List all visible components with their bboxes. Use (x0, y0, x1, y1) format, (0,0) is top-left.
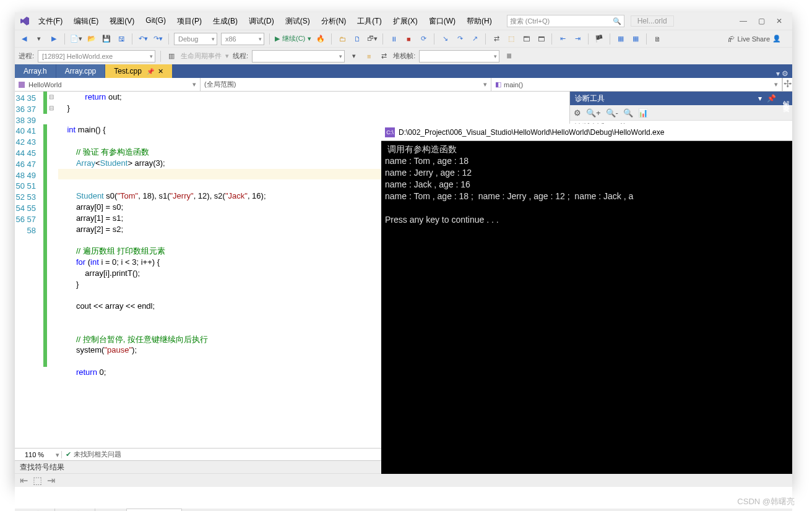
doc-icon[interactable]: 🗎 (652, 33, 663, 45)
props-icon[interactable]: 🗗▾ (366, 33, 378, 45)
close-button[interactable]: ✕ (776, 17, 782, 25)
menu-item[interactable]: 编辑(E) (69, 15, 103, 28)
output-tab[interactable]: 监视 1 (95, 509, 127, 511)
undo-icon[interactable]: ↶▾ (137, 33, 149, 45)
restart-icon[interactable]: ⟳ (418, 33, 429, 45)
liveshare-icon[interactable]: ⮳ (728, 35, 735, 43)
ok-icon: ✔ (66, 450, 71, 458)
diag-dropdown-icon[interactable]: ▾ (758, 94, 762, 103)
menu-item[interactable]: 调试(D) (244, 15, 279, 28)
stack-combo[interactable] (419, 50, 499, 62)
step-over-icon[interactable]: ↷ (454, 33, 465, 45)
zoom-combo[interactable]: 110 % (15, 451, 62, 458)
diag-reset-icon[interactable]: 🔍 (623, 108, 633, 118)
project-combo[interactable]: HelloWorld (15, 78, 201, 91)
console-output: 调用有参构造函数 name : Tom , age : 18 name : Je… (381, 141, 792, 228)
menu-item[interactable]: 文件(F) (33, 15, 67, 28)
issues-text: 未找到相关问题 (74, 450, 121, 459)
minimize-button[interactable]: — (740, 17, 747, 25)
nav-back-icon[interactable]: ◀ (19, 33, 30, 45)
scope-combo[interactable]: (全局范围) (201, 78, 491, 91)
misc1-icon[interactable]: ⇄ (491, 33, 502, 45)
folder-icon[interactable]: 🗀 (337, 33, 348, 45)
liveshare-button[interactable]: Live Share (737, 35, 770, 43)
close-tab-icon[interactable]: ✕ (158, 67, 163, 75)
menu-item[interactable]: 工具(T) (352, 15, 386, 28)
feedback-icon[interactable]: 👤 (772, 35, 781, 43)
menu-bar: 文件(F)编辑(E)视图(V)Git(G)项目(P)生成(B)调试(D)测试(S… (15, 12, 792, 30)
method-icon: ◧ (495, 80, 501, 88)
solution-title: Hel...orld (631, 15, 674, 27)
output-tab[interactable]: 自动窗口 (15, 509, 55, 511)
maximize-button[interactable]: ▢ (758, 17, 765, 25)
console-titlebar[interactable]: C:\D:\002_Project\006_Visual_Studio\Hell… (381, 124, 792, 141)
saveall-icon[interactable]: 🖫 (116, 33, 127, 45)
menu-item[interactable]: Git(G) (140, 15, 171, 28)
split-icon[interactable]: ✢ (782, 78, 792, 91)
document-tab[interactable]: Test.cpp📌✕ (105, 64, 172, 78)
project-icon (19, 82, 25, 88)
nav-bar: HelloWorld (全局范围) ◧main() ✢ (15, 78, 792, 92)
new-icon[interactable]: 📄▾ (70, 33, 82, 45)
diag-settings-icon[interactable]: ⚙ (574, 108, 581, 118)
tab-gear-icon[interactable]: ⚙ (782, 69, 788, 78)
process-combo[interactable]: [12892] HelloWorld.exe (38, 50, 155, 62)
menu-item[interactable]: 窗口(W) (424, 15, 460, 28)
sym-tb2-icon[interactable]: ⬚ (33, 474, 42, 486)
sym-tb1-icon[interactable]: ⇤ (20, 474, 28, 486)
indent-icon[interactable]: ⇥ (572, 33, 583, 45)
misc3-icon[interactable]: 🗔 (520, 33, 532, 45)
document-tab[interactable]: Array.cpp (56, 64, 105, 78)
menu-item[interactable]: 分析(N) (316, 15, 352, 28)
diag-ruler-icon[interactable]: 📊 (638, 108, 648, 118)
output-tab[interactable]: 局部变量 (55, 509, 95, 511)
misc4-icon[interactable]: 🗖 (535, 33, 546, 45)
comment-icon[interactable]: ▦ (615, 33, 626, 45)
step-into-icon[interactable]: ↘ (439, 33, 451, 45)
debug-toolbar: 进程: [12892] HelloWorld.exe ▥ 生命周期事件▾ 线程:… (15, 47, 792, 64)
outdent-icon[interactable]: ⇤ (557, 33, 568, 45)
document-tab[interactable]: Array.h (15, 64, 56, 78)
diag-zoomin-icon[interactable]: 🔍+ (586, 108, 601, 118)
menu-item[interactable]: 项目(P) (172, 15, 207, 28)
diag-zoomout-icon[interactable]: 🔍- (606, 108, 618, 118)
stack-label: 堆栈帧: (393, 51, 415, 61)
sym-tb3-icon[interactable]: ⇥ (47, 474, 55, 486)
menu-item[interactable]: 帮助(H) (462, 15, 497, 28)
open-icon[interactable]: 📂 (86, 33, 97, 45)
solution-explorer-tab[interactable]: 解决方案资 (780, 92, 792, 105)
redo-icon[interactable]: ↷▾ (152, 33, 163, 45)
menu-item[interactable]: 生成(B) (208, 15, 243, 28)
config-combo[interactable]: Debug (174, 33, 217, 45)
lifecycle-icon[interactable]: ▥ (166, 50, 177, 62)
bookmark-icon[interactable]: 🏴 (594, 33, 605, 45)
pause-icon[interactable]: ⏸ (388, 33, 399, 45)
thread-label: 线程: (233, 51, 248, 61)
tab-dropdown-icon[interactable]: ▾ (776, 69, 780, 78)
search-box[interactable]: 搜索 (Ctrl+Q)🔍 (507, 15, 624, 27)
menu-item[interactable]: 视图(V) (105, 15, 139, 28)
menu-item[interactable]: 测试(S) (280, 15, 315, 28)
sym-title: 查找符号结果 (20, 462, 64, 473)
step-out-icon[interactable]: ↗ (469, 33, 480, 45)
diag-title: 诊断工具 (575, 93, 605, 104)
member-combo[interactable]: ◧main() (491, 78, 782, 91)
thread-combo[interactable] (252, 50, 345, 62)
hot-reload-icon[interactable]: 🔥 (315, 33, 326, 45)
continue-button[interactable]: ▶ 继续(C) ▾ (275, 34, 311, 43)
console-window[interactable]: C:\D:\002_Project\006_Visual_Studio\Hell… (381, 124, 792, 474)
uncomment-icon[interactable]: ▦ (630, 33, 641, 45)
lifecycle-label: 生命周期事件 (181, 51, 222, 61)
platform-combo[interactable]: x86 (221, 33, 264, 45)
find-icon[interactable]: 🗋 (352, 33, 363, 45)
vs-logo-icon (19, 15, 31, 27)
output-tab[interactable]: 查找符号结果 (127, 509, 182, 511)
save-icon[interactable]: 💾 (101, 33, 112, 45)
stop-icon[interactable]: ■ (403, 33, 414, 45)
menu-item[interactable]: 扩展(X) (388, 15, 423, 28)
threads-icon[interactable]: ≡ (363, 50, 374, 62)
diag-pin-icon[interactable]: 📌 (767, 94, 776, 103)
misc2-icon[interactable]: ⬚ (506, 33, 517, 45)
pin-icon[interactable]: 📌 (147, 68, 154, 75)
nav-fwd-icon[interactable]: ▶ (48, 33, 59, 45)
